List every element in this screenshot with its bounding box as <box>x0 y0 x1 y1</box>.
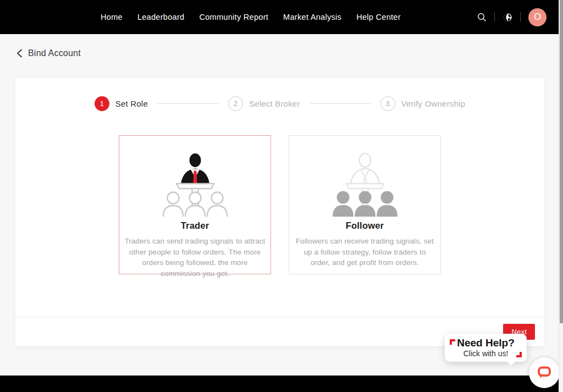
help-title: Need Help? <box>457 338 515 349</box>
nav-right-controls: O <box>477 0 547 34</box>
back-link[interactable]: Bind Account <box>16 48 81 58</box>
trader-speaker-icon <box>119 152 271 217</box>
scrollbar-thumb[interactable] <box>560 0 563 323</box>
vertical-scrollbar[interactable] <box>559 0 563 392</box>
step-1-badge: 1 <box>95 96 109 111</box>
nav-item-help-center[interactable]: Help Center <box>356 13 401 21</box>
step-connector <box>158 103 218 104</box>
stepper: 1 Set Role 2 Select Broker 3 Verify Owne… <box>15 78 544 111</box>
role-card-follower[interactable]: Follower Followers can receive trading s… <box>289 135 441 274</box>
step-2-badge: 2 <box>228 96 243 111</box>
livechat-launcher-button[interactable] <box>529 357 560 388</box>
chevron-left-icon <box>16 49 23 58</box>
role-title: Trader <box>119 220 271 231</box>
step-verify-ownership: 3 Verify Ownership <box>380 96 466 111</box>
page-title: Bind Account <box>28 48 81 58</box>
step-3-label: Verify Ownership <box>401 99 466 108</box>
corner-bracket-icon <box>516 352 522 357</box>
role-cards: Trader Traders can send trading signals … <box>15 135 544 274</box>
chat-bubble-icon <box>537 366 552 380</box>
step-select-broker: 2 Select Broker <box>228 96 300 111</box>
nav-item-home[interactable]: Home <box>101 13 123 21</box>
bind-account-panel: 1 Set Role 2 Select Broker 3 Verify Owne… <box>15 78 544 346</box>
follower-audience-icon <box>289 152 440 217</box>
role-card-trader[interactable]: Trader Traders can send trading signals … <box>119 135 271 274</box>
nav-item-leaderboard[interactable]: Leaderboard <box>137 13 185 21</box>
step-connector <box>310 103 371 104</box>
nav-divider <box>494 12 495 22</box>
nav-menu: Home Leaderboard Community Report Market… <box>101 13 401 21</box>
step-2-label: Select Broker <box>249 99 300 108</box>
role-title: Follower <box>289 220 440 231</box>
top-navigation: Home Leaderboard Community Report Market… <box>0 0 563 34</box>
step-set-role: 1 Set Role <box>95 96 148 111</box>
help-subtitle: Click with us! <box>463 349 509 358</box>
role-description: Traders can send trading signals to attr… <box>124 236 266 279</box>
search-icon[interactable] <box>477 12 487 22</box>
screen: Home Leaderboard Community Report Market… <box>0 0 563 392</box>
need-help-tooltip[interactable]: Need Help? Click with us! <box>445 334 527 362</box>
tooltip-tail <box>507 357 516 366</box>
footer-bar <box>0 376 563 392</box>
role-description: Followers can receive trading signals, s… <box>294 236 436 268</box>
language-globe-icon[interactable] <box>503 12 512 22</box>
user-avatar[interactable]: O <box>528 8 547 26</box>
nav-divider <box>520 12 521 22</box>
corner-bracket-icon <box>450 339 455 345</box>
step-3-badge: 3 <box>380 96 395 111</box>
nav-item-community-report[interactable]: Community Report <box>199 13 268 21</box>
step-1-label: Set Role <box>115 99 148 108</box>
nav-item-market-analysis[interactable]: Market Analysis <box>283 13 341 21</box>
